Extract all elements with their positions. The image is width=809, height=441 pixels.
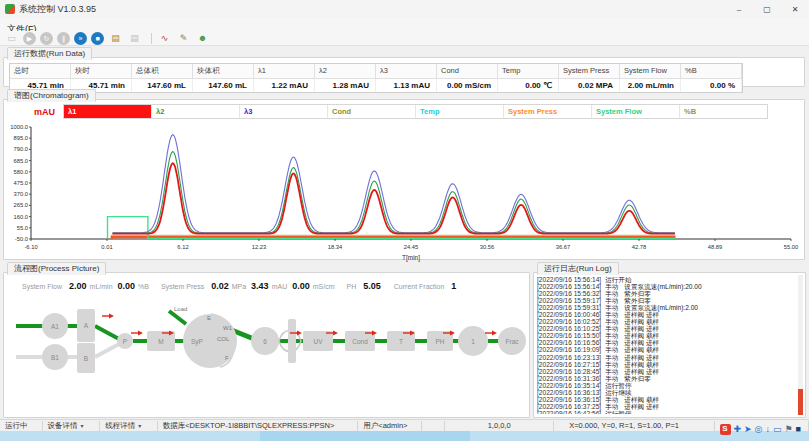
run-data-header-5: λ2 [315,64,376,79]
log-entry-0: [2022/09/16 15:56:14]运行开始 [537,276,796,283]
log-operation: 运行开始 [605,276,631,283]
app-icon [5,4,15,14]
legend-item-%B[interactable]: %B [680,105,767,118]
x-tick-label: 30.56 [480,244,495,250]
status-thread-details[interactable]: 线程详情▾ [100,421,158,431]
menu-bar: 文件(F) [0,18,809,31]
tray-user-icon[interactable]: ⚑ [784,424,792,434]
log-scrollbar[interactable] [798,275,803,415]
stat-label-0: System Flow [22,283,62,290]
chevron-down-icon: ▾ [138,423,141,429]
toolbar-curve-view-button[interactable]: ∿ [157,32,172,45]
node-label: PH [435,338,444,345]
log-entry-6: [2022/09/16 16:02:52]手动进样阀 载样 [537,318,796,325]
run-log-group: 运行日志(Run Log) [2022/09/16 15:56:14]运行开始[… [533,262,806,418]
log-detail: 进样阀 进样 [624,325,659,332]
status-spacer-2 [554,421,564,431]
taskbar[interactable] [0,431,809,441]
toolbar-stop-button[interactable]: ■ [91,32,104,45]
toolbar-fast-forward-button[interactable]: » [74,32,87,45]
x-axis-label: T[min] [402,254,420,262]
tray-move-icon[interactable]: ✚ [734,424,742,434]
log-detail: 设置泵流速(mL/min):20.00 [624,283,701,290]
taskbar-active-button[interactable] [260,431,470,441]
log-operation: 手动 [605,368,618,375]
window-close-button[interactable]: ✕ [781,0,809,18]
node-label: M [158,338,163,345]
y-unit-label: mAU [34,107,55,117]
process-picture-title: 流程图(Process Picture) [7,262,106,275]
run-data-header-1: 块时 [71,64,132,79]
log-operation: 手动 [605,354,618,361]
log-operation: 手动 [605,297,618,304]
tray-shield-icon[interactable]: ■ [796,424,801,434]
toolbar-report-button[interactable]: ▤ [108,32,123,45]
flow-arrow-head [492,331,497,336]
x-tick-label: 42.78 [632,244,647,250]
toolbar-edit-method-button[interactable]: ✎ [176,32,191,45]
trace-λ1 [113,163,675,233]
log-timestamp: [2022/09/16 16:42:56] [537,410,601,414]
log-entry-17: [2022/09/16 16:36:15]手动进样阀 载样 [537,396,796,403]
run-log-list: [2022/09/16 15:56:14]运行开始[2022/09/16 15:… [537,276,796,414]
chart-legend: mAU λ1λ2λ3CondTempSystem PressSystem Flo… [34,104,768,119]
y-tick-label: 265.0 [13,202,28,208]
legend-item-λ1[interactable]: λ1 [64,105,152,118]
stat-value-0: 2.00 [69,281,87,291]
node-column[interactable] [288,319,296,363]
log-entry-19: [2022/09/16 16:42:56]运行暂停 [537,410,796,414]
log-operation: 手动 [605,311,618,318]
toolbar-users-button[interactable]: ☻ [195,32,210,45]
log-timestamp: [2022/09/16 15:59:31] [537,304,601,311]
legend-item-Cond[interactable]: Cond [328,105,416,118]
legend-item-System Flow[interactable]: System Flow [592,105,680,118]
y-tick-label: 370.0 [13,191,28,197]
run-data-group: 运行数据(Run Data) 总时块时总体积块体积λ1λ2λ3CondTempS… [3,47,805,87]
window-controls: –▢✕ [725,0,809,18]
legend-item-Temp[interactable]: Temp [416,105,504,118]
log-entry-9: [2022/09/16 16:16:56]手动进样阀 进样 [537,339,796,346]
log-detail: 进样阀 载样 [624,318,659,325]
tray-settings-icon[interactable]: ◎ [755,424,763,434]
log-operation: 手动 [605,304,618,311]
window-maximize-button[interactable]: ▢ [753,0,781,18]
stat-value-2: 0.02 [211,281,229,291]
log-operation: 手动 [605,403,618,410]
log-detail: 进样阀 进样 [624,339,659,346]
y-tick-label: 475.0 [13,180,28,186]
node-label: T [399,338,403,345]
window-minimize-button[interactable]: – [725,0,753,18]
status-coordinates: X=0.000, Y=0, R=1, S=1.00, P=1 [564,421,715,431]
legend-item-λ2[interactable]: λ2 [152,105,240,118]
flow-arrow-head [333,331,338,336]
stat-unit-1: %B [138,283,149,290]
log-detail: 进样阀 进样 [624,354,659,361]
node-label: B1 [51,354,59,361]
tray-pointer-icon[interactable]: ➤ [744,424,752,434]
log-entry-1: [2022/09/16 15:56:14]手动设置泵流速(mL/min):20.… [537,283,796,290]
log-operation: 手动 [605,361,618,368]
log-timestamp: [2022/09/16 16:02:52] [537,318,601,325]
stat-unit-0: mL/min [90,283,113,290]
log-detail: 进样阀 载样 [624,332,659,339]
status-run-state: 运行中 [0,421,43,431]
legend-item-System Press[interactable]: System Press [504,105,592,118]
trace-λ2 [113,152,675,234]
tray-s-logo-icon[interactable]: S [720,424,731,435]
log-detail: 进样阀 进样 [624,403,659,410]
log-timestamp: [2022/09/16 16:23:13] [537,354,601,361]
tray-download-icon[interactable]: ↓ [765,424,770,434]
node-label: A1 [51,323,59,330]
log-operation: 手动 [605,396,618,403]
y-tick-label: 790.0 [13,146,28,152]
log-entry-18: [2022/09/16 16:37:25]手动进样阀 进样 [537,403,796,410]
tray-monitor-icon[interactable]: ▭ [773,424,782,434]
run-data-box: 总时块时总体积块体积λ1λ2λ3CondTempSystem PressSyst… [3,57,805,87]
chevron-down-icon: ▾ [81,423,84,429]
status-user: 用户<admin> [358,421,422,431]
legend-item-λ3[interactable]: λ3 [240,105,328,118]
log-scrollbar-thumb[interactable] [798,389,803,415]
flow-line [169,311,186,324]
x-tick-label: 55.00 [784,244,799,250]
status-device-details[interactable]: 设备详情▾ [43,421,101,431]
